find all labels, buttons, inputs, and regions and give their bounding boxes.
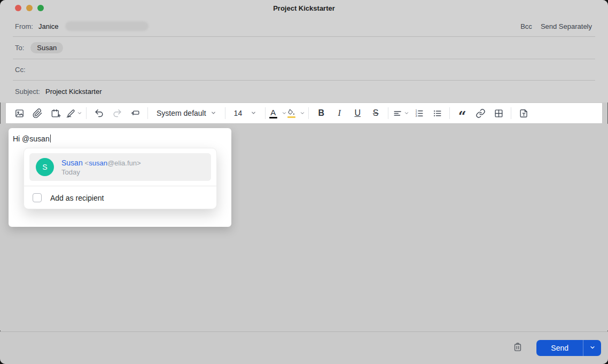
callout-icon	[130, 108, 141, 118]
plain-text-button[interactable]	[515, 105, 533, 121]
cc-label: Cc:	[15, 66, 26, 74]
chevron-down-icon	[77, 110, 82, 116]
paperclip-icon	[33, 108, 43, 118]
italic-button[interactable]: I	[330, 105, 348, 121]
chevron-down-icon	[300, 110, 305, 116]
bcc-button[interactable]: Bcc	[520, 22, 532, 30]
send-separately-button[interactable]: Send Separately	[541, 22, 592, 30]
chevron-down-icon	[282, 110, 287, 116]
toolbar-separator	[225, 107, 225, 119]
font-family-dropdown[interactable]: System default	[151, 105, 222, 121]
email-user: susan	[89, 159, 107, 167]
insert-link-button[interactable]	[471, 105, 489, 121]
add-as-recipient-label: Add as recipient	[50, 194, 104, 202]
toolbar-separator	[265, 107, 266, 119]
text-color-icon: A	[269, 108, 277, 118]
signature-button[interactable]	[65, 105, 83, 121]
recipient-chip[interactable]: Susan	[30, 42, 63, 53]
font-size-dropdown[interactable]: 14	[229, 105, 262, 121]
font-family-value: System default	[157, 109, 206, 117]
trash-icon	[512, 342, 523, 354]
svg-text:3: 3	[415, 114, 417, 117]
from-value[interactable]: Janice	[38, 22, 59, 30]
align-left-icon	[393, 108, 403, 118]
ordered-list-button[interactable]: 123	[410, 105, 428, 121]
plain-text-document-icon	[519, 108, 529, 118]
toolbar-separator	[449, 107, 450, 119]
message-text[interactable]: Hi @susan	[9, 128, 231, 143]
undo-icon	[94, 108, 104, 118]
toolbar-separator	[511, 107, 511, 119]
cc-row[interactable]: Cc:	[0, 59, 608, 80]
bold-button[interactable]: B	[312, 105, 330, 121]
highlight-color-icon	[287, 108, 295, 118]
email-domain: @elia.fun>	[107, 159, 141, 167]
bullet-list-icon	[432, 108, 442, 118]
strikethrough-button[interactable]: S	[367, 105, 385, 121]
redo-icon	[112, 108, 122, 118]
compose-header: From: Janice Bcc Send Separately To: Sus…	[0, 16, 608, 102]
canned-response-button[interactable]	[126, 105, 144, 121]
subject-value[interactable]: Project Kickstarter	[45, 88, 102, 96]
strikethrough-icon: S	[373, 109, 379, 117]
add-as-recipient-row[interactable]: Add as recipient	[24, 186, 216, 209]
attach-file-button[interactable]	[28, 105, 46, 121]
blockquote-button[interactable]: “	[453, 105, 471, 121]
compose-window: Project Kickstarter From: Janice Bcc Sen…	[0, 0, 608, 364]
signature-pen-icon	[66, 108, 76, 118]
calendar-plus-icon	[51, 108, 61, 118]
subject-label: Subject:	[15, 88, 40, 96]
chevron-down-icon	[589, 343, 596, 353]
toolbar-separator	[86, 107, 87, 119]
toolbar-separator	[147, 107, 148, 119]
send-options-button[interactable]	[583, 340, 601, 356]
underline-button[interactable]: U	[348, 105, 367, 121]
link-icon	[476, 108, 486, 118]
delete-draft-button[interactable]	[512, 342, 523, 354]
font-size-value: 14	[234, 109, 243, 117]
align-button[interactable]	[392, 105, 410, 121]
send-button[interactable]: Send	[536, 340, 583, 356]
contact-suggestion[interactable]: S Susan <susan@elia.fun> Today	[29, 153, 211, 181]
quote-icon: “	[458, 114, 466, 119]
highlight-color-button[interactable]	[287, 105, 305, 121]
window-title: Project Kickstarter	[0, 0, 608, 16]
avatar: S	[36, 158, 54, 176]
redacted-from-address	[65, 21, 149, 31]
send-split-button: Send	[536, 340, 601, 356]
toolbar-separator	[308, 107, 309, 119]
message-text-card[interactable]: Hi @susan S Susan <susan@elia.fun> Today	[9, 128, 231, 227]
table-icon	[494, 108, 504, 118]
underline-icon: U	[354, 109, 361, 117]
add-as-recipient-checkbox[interactable]	[33, 193, 42, 202]
chevron-down-icon	[211, 109, 216, 117]
text-color-button[interactable]: A	[269, 105, 287, 121]
text-cursor	[50, 134, 51, 143]
chevron-down-icon	[251, 109, 256, 117]
insert-image-button[interactable]	[10, 105, 28, 121]
chevron-down-icon	[404, 110, 409, 116]
formatting-toolbar: System default 14 A	[5, 102, 603, 124]
message-body-area[interactable]: Hi @susan S Susan <susan@elia.fun> Today	[0, 124, 608, 330]
from-label: From:	[15, 22, 33, 30]
to-label: To:	[15, 44, 24, 52]
subject-row[interactable]: Subject: Project Kickstarter	[0, 81, 608, 102]
contact-last-contacted: Today	[61, 168, 141, 176]
compose-footer: Send	[0, 331, 608, 364]
redo-button[interactable]	[108, 105, 126, 121]
mention-autocomplete-popup: S Susan <susan@elia.fun> Today A	[24, 148, 217, 209]
bullet-list-button[interactable]	[428, 105, 446, 121]
toolbar-separator	[388, 107, 388, 119]
insert-table-button[interactable]	[489, 105, 508, 121]
from-row: From: Janice Bcc Send Separately	[0, 16, 608, 36]
bold-icon: B	[318, 109, 324, 117]
italic-icon: I	[338, 109, 341, 117]
calendar-add-button[interactable]	[46, 105, 65, 121]
undo-button[interactable]	[90, 105, 108, 121]
title-bar: Project Kickstarter	[0, 0, 608, 16]
contact-name: Susan	[61, 159, 83, 167]
ordered-list-icon: 123	[414, 108, 424, 118]
image-icon	[14, 108, 25, 118]
to-row[interactable]: To: Susan	[0, 37, 608, 59]
